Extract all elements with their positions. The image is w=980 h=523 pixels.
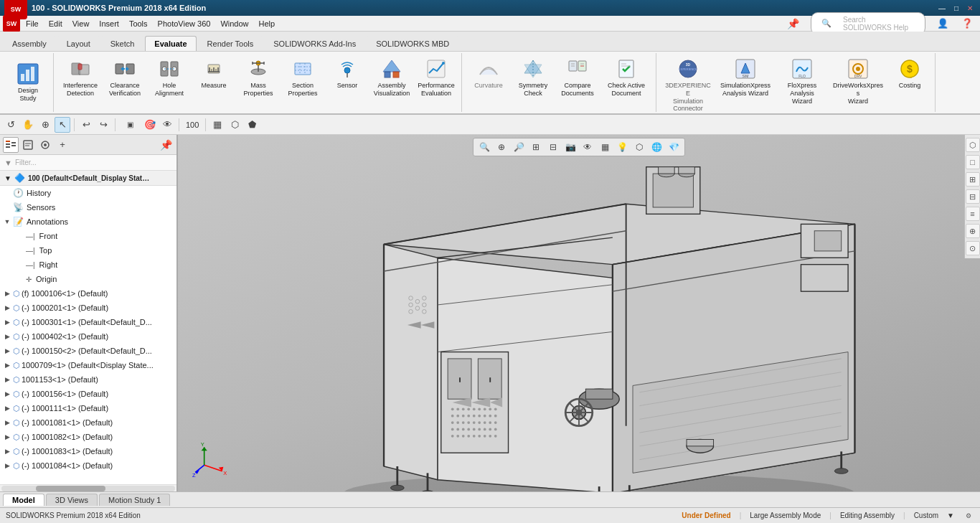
measure-button[interactable]: Measure bbox=[193, 55, 235, 93]
ft-part1001082[interactable]: ▶ ⬡ (-) 10001082<1> (Default) bbox=[0, 430, 176, 444]
vp-appearance-btn[interactable]: ⬡ bbox=[631, 140, 647, 154]
section-properties-button[interactable]: SectionProperties bbox=[282, 55, 324, 100]
ft-part1000106-expand[interactable]: ▶ bbox=[3, 290, 11, 297]
ts-undo-btn[interactable]: ↩ bbox=[78, 117, 94, 133]
ft-part1000402-expand[interactable]: ▶ bbox=[3, 333, 11, 340]
ft-origin[interactable]: ✛ Origin bbox=[0, 272, 176, 286]
menu-photoview[interactable]: PhotoView 360 bbox=[154, 18, 215, 29]
menu-view[interactable]: View bbox=[68, 18, 94, 29]
menu-tools[interactable]: Tools bbox=[125, 18, 152, 29]
ft-part1000106[interactable]: ▶ ⬡ (f) 1000106<1> (Default) bbox=[0, 286, 176, 301]
tab-assembly[interactable]: Assembly bbox=[3, 36, 56, 51]
ft-part1000150[interactable]: ▶ ⬡ (-) 1000150<2> (Default<Default_D... bbox=[0, 344, 176, 358]
ft-right[interactable]: —| Right bbox=[0, 258, 176, 272]
pin-icon[interactable]: 📌 bbox=[783, 17, 804, 31]
fp-hscroll[interactable] bbox=[0, 484, 176, 491]
ft-part1001111-expand[interactable]: ▶ bbox=[3, 405, 11, 412]
ts-edges[interactable]: ⬟ bbox=[244, 117, 260, 133]
vp-search-btn[interactable]: 🔍 bbox=[476, 140, 492, 154]
curvature-button[interactable]: Curvature bbox=[468, 55, 509, 93]
ft-part1000150-expand[interactable]: ▶ bbox=[3, 347, 11, 354]
menu-window[interactable]: Window bbox=[216, 18, 253, 29]
ft-annotations[interactable]: ▼ 📝 Annotations bbox=[0, 215, 176, 229]
ft-part1000402[interactable]: ▶ ⬡ (-) 1000402<1> (Default) bbox=[0, 329, 176, 344]
tab-evaluate[interactable]: Evaluate bbox=[145, 36, 196, 51]
fp-tab-feature-manager[interactable] bbox=[3, 137, 19, 153]
tab-sketch[interactable]: Sketch bbox=[101, 36, 144, 51]
sensor-button[interactable]: Sensor bbox=[326, 55, 368, 93]
menu-help[interactable]: Help bbox=[255, 18, 280, 29]
floworks-button[interactable]: FLO FloXpressAnalysisWizard bbox=[777, 55, 827, 108]
ts-view-front[interactable]: ▣ bbox=[119, 117, 141, 133]
clearance-verification-button[interactable]: ClearanceVerification bbox=[104, 55, 146, 100]
vp-lighting-btn[interactable]: 💡 bbox=[614, 140, 630, 154]
ft-part1001081-expand[interactable]: ▶ bbox=[3, 419, 11, 426]
vp-hide-show-btn[interactable]: 👁 bbox=[580, 140, 595, 154]
fp-tab-plus[interactable]: + bbox=[55, 137, 70, 153]
vp-section-view-btn[interactable]: ⊟ bbox=[545, 140, 561, 154]
ft-top[interactable]: —| Top bbox=[0, 243, 176, 258]
ft-part1000201[interactable]: ▶ ⬡ (-) 1000201<1> (Default) bbox=[0, 301, 176, 315]
vp-view-palette-btn[interactable]: 📷 bbox=[562, 140, 578, 154]
ft-part1001111[interactable]: ▶ ⬡ (-) 1000111<1> (Default) bbox=[0, 401, 176, 415]
ft-part1001153[interactable]: ▶ ⬡ 1001153<1> (Default) bbox=[0, 372, 176, 387]
mass-properties-button[interactable]: MassProperties bbox=[237, 55, 279, 100]
vrp-view3-btn[interactable]: ⊟ bbox=[966, 189, 980, 204]
ts-pan-btn[interactable]: ✋ bbox=[20, 117, 36, 133]
ft-part1000201-expand[interactable]: ▶ bbox=[3, 304, 11, 311]
vrp-view5-btn[interactable]: ⊕ bbox=[966, 224, 980, 238]
user-icon[interactable]: 👤 bbox=[933, 17, 953, 30]
fp-hscroll-track[interactable] bbox=[1, 486, 175, 491]
panel-pin-icon[interactable]: 📌 bbox=[159, 138, 174, 152]
ts-redo-btn[interactable]: ↪ bbox=[95, 117, 111, 133]
bottom-tab-motion-study[interactable]: Motion Study 1 bbox=[99, 494, 170, 506]
minimize-btn[interactable]: — bbox=[936, 4, 948, 12]
tab-mbd[interactable]: SOLIDWORKS MBD bbox=[367, 36, 458, 51]
vp-orientation-btn[interactable]: ⊞ bbox=[528, 140, 544, 154]
ft-sensors[interactable]: 📡 Sensors bbox=[0, 200, 176, 215]
vp-zoom-to-fit-btn[interactable]: ⊕ bbox=[494, 140, 509, 154]
ft-part1000301[interactable]: ▶ ⬡ (-) 1000301<1> (Default<Default_D... bbox=[0, 315, 176, 329]
vrp-view4-btn[interactable]: ≡ bbox=[966, 207, 980, 221]
title-controls[interactable]: — □ ✕ bbox=[936, 4, 976, 12]
status-settings-btn[interactable]: ⚙ bbox=[963, 510, 974, 522]
bottom-tab-3dviews[interactable]: 3D Views bbox=[46, 494, 98, 506]
vp-display-style-btn[interactable]: ▦ bbox=[597, 140, 613, 154]
ft-part1000301-expand[interactable]: ▶ bbox=[3, 319, 11, 326]
ts-display-style[interactable]: ▦ bbox=[209, 117, 225, 133]
compare-documents-button[interactable]: CompareDocuments bbox=[557, 55, 598, 100]
ft-part1001156-expand[interactable]: ▶ bbox=[3, 390, 11, 397]
ts-hide-show[interactable]: 👁 bbox=[159, 117, 175, 133]
bottom-tab-model[interactable]: Model bbox=[3, 494, 44, 506]
ft-history[interactable]: 🕐 History bbox=[0, 186, 176, 200]
interference-detection-button[interactable]: InterferenceDetection bbox=[60, 55, 101, 100]
vrp-view1-btn[interactable]: □ bbox=[966, 155, 980, 169]
ts-zoom-btn[interactable]: ⊕ bbox=[37, 117, 53, 133]
design-study-button[interactable]: DesignStudy bbox=[7, 60, 49, 105]
fp-tab-configuration[interactable] bbox=[37, 137, 53, 153]
maximize-btn[interactable]: □ bbox=[951, 4, 961, 12]
ft-part1001081[interactable]: ▶ ⬡ (-) 10001081<1> (Default) bbox=[0, 415, 176, 430]
vp-realview-btn[interactable]: 💎 bbox=[666, 140, 682, 154]
ft-part1001156[interactable]: ▶ ⬡ (-) 1000156<1> (Default) bbox=[0, 387, 176, 401]
ft-part1001082-expand[interactable]: ▶ bbox=[3, 433, 11, 440]
ts-select-btn[interactable]: ↖ bbox=[55, 117, 70, 133]
symmetry-check-button[interactable]: SymmetryCheck bbox=[512, 55, 554, 100]
ft-part1001083[interactable]: ▶ ⬡ (-) 10001083<1> (Default) bbox=[0, 444, 176, 458]
fp-tab-property[interactable] bbox=[20, 137, 36, 153]
ft-part1001153-expand[interactable]: ▶ bbox=[3, 376, 11, 383]
ts-view-orientation[interactable]: 🎯 bbox=[142, 117, 158, 133]
help-icon[interactable]: ❓ bbox=[957, 17, 977, 30]
vrp-expand-btn[interactable]: ⬡ bbox=[966, 138, 980, 152]
tab-layout[interactable]: Layout bbox=[57, 36, 100, 51]
assembly-visualization-button[interactable]: AssemblyVisualization bbox=[371, 55, 413, 100]
vp-zoom-in-btn[interactable]: 🔎 bbox=[511, 140, 527, 154]
ft-part1001083-expand[interactable]: ▶ bbox=[3, 448, 11, 455]
simulationxpress-button[interactable]: SIM SimulationXpressAnalysis Wizard bbox=[717, 55, 774, 100]
menu-insert[interactable]: Insert bbox=[95, 18, 123, 29]
tab-addins[interactable]: SOLIDWORKS Add-Ins bbox=[264, 36, 365, 51]
expand-collapse-icon[interactable]: ▼ bbox=[4, 174, 11, 182]
tab-render-tools[interactable]: Render Tools bbox=[198, 36, 263, 51]
driveworks-button[interactable]: DRV DriveWorksXpressWizard bbox=[830, 55, 886, 108]
menu-edit[interactable]: Edit bbox=[44, 18, 67, 29]
